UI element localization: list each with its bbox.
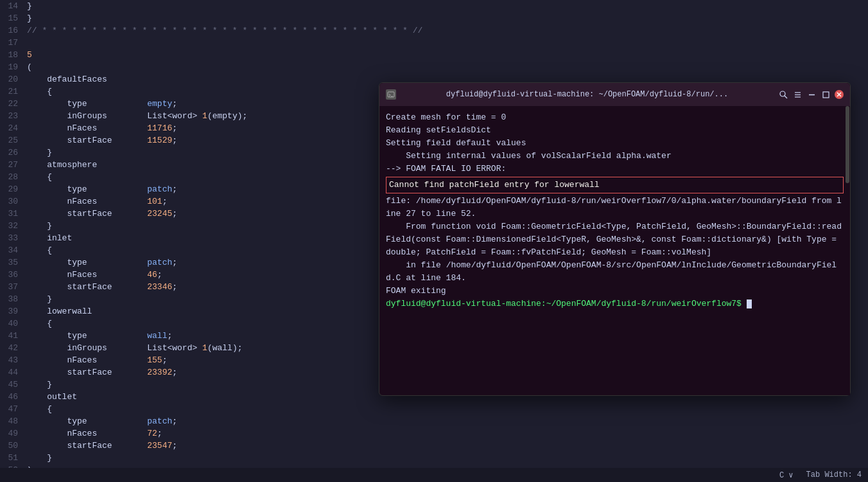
- line-content: nFaces 11716;: [24, 122, 372, 134]
- terminal-line: FOAM exiting: [386, 285, 844, 298]
- line-number: 29: [0, 183, 24, 195]
- terminal-line: Cannot find patchField entry for lowerwa…: [386, 177, 844, 193]
- code-line: 46 outlet: [0, 391, 372, 403]
- code-line: 49 nFaces 72;: [0, 427, 372, 440]
- terminal-window[interactable]: dyfluid@dyfluid-virtual-machine: ~/OpenF…: [379, 82, 851, 396]
- code-line: 36 nFaces 46;: [0, 269, 372, 281]
- editor-area: 14}15}16// * * * * * * * * * * * * * * *…: [0, 0, 868, 482]
- line-content: startFace 11529;: [24, 134, 372, 147]
- line-content: outlet: [24, 391, 372, 403]
- line-number: 45: [0, 379, 24, 391]
- code-line: 27 atmosphere: [0, 159, 372, 171]
- code-line: 51 }: [0, 452, 372, 464]
- line-content: {: [24, 403, 372, 415]
- code-line: 43 nFaces 155;: [0, 354, 372, 366]
- line-number: 15: [0, 12, 24, 24]
- tab-width[interactable]: Tab Width: 4: [806, 470, 862, 479]
- language-selector[interactable]: C ∨: [779, 470, 794, 480]
- line-content: atmosphere: [24, 159, 372, 171]
- line-content: startFace 23245;: [24, 208, 372, 220]
- line-content: nFaces 155;: [24, 354, 372, 366]
- line-number: 51: [0, 452, 24, 464]
- code-editor: 14}15}16// * * * * * * * * * * * * * * *…: [0, 0, 372, 482]
- line-content: }: [24, 12, 372, 24]
- line-content: }: [24, 0, 372, 12]
- line-number: 33: [0, 232, 24, 244]
- terminal-minimize-button[interactable]: [806, 89, 817, 100]
- code-line: 50 startFace 23547;: [0, 440, 372, 452]
- line-content: [24, 37, 372, 49]
- svg-line-3: [785, 96, 787, 98]
- scrollbar-thumb[interactable]: [846, 106, 849, 183]
- line-number: 39: [0, 305, 24, 317]
- terminal-body[interactable]: Create mesh for time = 0Reading setField…: [379, 106, 850, 395]
- line-content: inlet: [24, 232, 372, 244]
- scrollbar-track[interactable]: [845, 106, 850, 395]
- line-number: 14: [0, 0, 24, 12]
- line-number: 19: [0, 61, 24, 73]
- code-line: 19(: [0, 61, 372, 73]
- terminal-titlebar: dyfluid@dyfluid-virtual-machine: ~/OpenF…: [379, 83, 850, 106]
- code-line: 48 type patch;: [0, 415, 372, 427]
- line-number: 24: [0, 122, 24, 134]
- line-number: 47: [0, 403, 24, 415]
- terminal-line: Reading setFieldsDict: [386, 124, 844, 137]
- code-line: 31 startFace 23245;: [0, 208, 372, 220]
- line-content: lowerwall: [24, 305, 372, 317]
- line-content: }: [24, 452, 372, 464]
- code-line: 30 nFaces 101;: [0, 195, 372, 208]
- code-line: 45 }: [0, 379, 372, 391]
- line-number: 35: [0, 256, 24, 269]
- line-content: inGroups List<word> 1(wall);: [24, 342, 372, 354]
- terminal-controls: [778, 89, 844, 100]
- line-content: 5: [24, 49, 372, 61]
- code-line: 29 type patch;: [0, 183, 372, 195]
- terminal-line: Create mesh for time = 0: [386, 111, 844, 124]
- line-content: nFaces 101;: [24, 195, 372, 208]
- line-number: 21: [0, 85, 24, 98]
- line-content: startFace 23392;: [24, 366, 372, 379]
- line-content: {: [24, 244, 372, 256]
- line-content: // * * * * * * * * * * * * * * * * * * *…: [24, 24, 422, 37]
- line-number: 16: [0, 24, 24, 37]
- status-bar: C ∨ Tab Width: 4: [0, 468, 868, 482]
- code-line: 41 type wall;: [0, 330, 372, 342]
- code-line: 47 {: [0, 403, 372, 415]
- line-content: type patch;: [24, 183, 372, 195]
- terminal-maximize-button[interactable]: [820, 89, 831, 100]
- line-number: 49: [0, 427, 24, 440]
- terminal-app-icon: [386, 89, 396, 100]
- code-line: 33 inlet: [0, 232, 372, 244]
- code-line: 39 lowerwall: [0, 305, 372, 317]
- code-line: 22 type empty;: [0, 98, 372, 110]
- line-content: }: [24, 220, 372, 232]
- line-number: 37: [0, 281, 24, 293]
- line-content: startFace 23547;: [24, 440, 372, 452]
- svg-rect-8: [823, 92, 829, 98]
- line-content: (: [24, 61, 372, 73]
- terminal-line: Setting field default values: [386, 137, 844, 150]
- terminal-line: in file /home/dyfluid/OpenFOAM/OpenFOAM-…: [386, 259, 844, 285]
- code-line: 20 defaultFaces: [0, 73, 372, 85]
- terminal-menu-button[interactable]: [792, 89, 803, 100]
- line-content: type wall;: [24, 330, 372, 342]
- line-content: }: [24, 379, 372, 391]
- line-number: 20: [0, 73, 24, 85]
- terminal-title: dyfluid@dyfluid-virtual-machine: ~/OpenF…: [401, 90, 773, 99]
- line-content: defaultFaces: [24, 73, 372, 85]
- code-line: 38 }: [0, 293, 372, 305]
- line-number: 32: [0, 220, 24, 232]
- terminal-search-button[interactable]: [778, 89, 788, 100]
- terminal-prompt: dyfluid@dyfluid-virtual-machine:~/OpenFO…: [386, 298, 844, 310]
- line-number: 46: [0, 391, 24, 403]
- code-line: 15}: [0, 12, 372, 24]
- code-line: 24 nFaces 11716;: [0, 122, 372, 134]
- code-line: 40 {: [0, 317, 372, 330]
- terminal-close-button[interactable]: [835, 90, 844, 99]
- terminal-line: file: /home/dyfluid/OpenFOAM/dyfluid-8/r…: [386, 195, 844, 220]
- line-content: type patch;: [24, 256, 372, 269]
- code-line: 16// * * * * * * * * * * * * * * * * * *…: [0, 24, 372, 37]
- line-number: 38: [0, 293, 24, 305]
- line-number: 26: [0, 147, 24, 159]
- line-content: type patch;: [24, 415, 372, 427]
